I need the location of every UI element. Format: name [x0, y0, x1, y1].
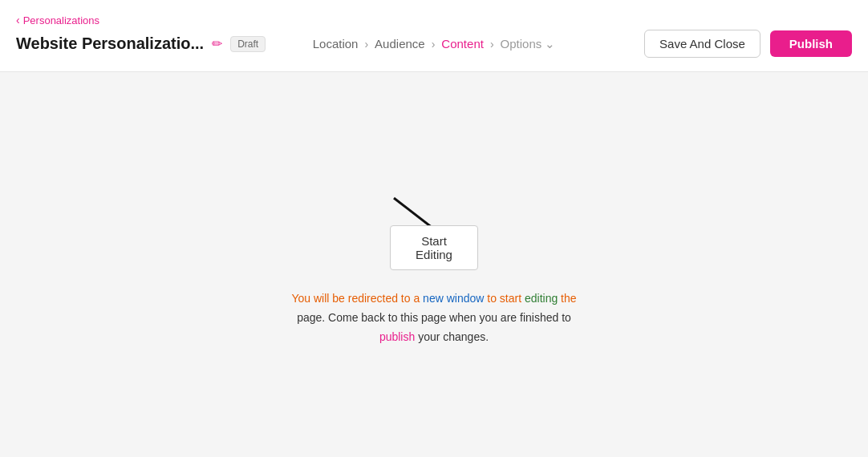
desc-publish: publish — [379, 330, 415, 343]
desc-new-window: new window — [423, 292, 484, 305]
nav-label-audience: Audience — [375, 37, 425, 51]
desc-you-will-be: You will be redirected to a — [291, 292, 423, 305]
header-top: ‹ Personalizations — [16, 14, 852, 26]
arrow-area: Start Editing — [346, 182, 522, 270]
content-center: Start Editing You will be redirected to … — [291, 182, 576, 346]
desc-editing: editing — [525, 292, 558, 305]
back-chevron-icon: ‹ — [16, 14, 20, 26]
start-editing-wrapper: Start Editing — [390, 225, 478, 270]
header: ‹ Personalizations Website Personalizati… — [0, 0, 868, 72]
publish-button[interactable]: Publish — [770, 30, 852, 57]
nav-step-location[interactable]: Location — [313, 37, 359, 51]
edit-icon[interactable]: ✏ — [212, 36, 222, 51]
nav-chevron-3: › — [490, 38, 494, 51]
nav-chevron-2: › — [432, 38, 436, 51]
save-close-button[interactable]: Save And Close — [644, 30, 761, 58]
page-title: Website Personalizatio... — [16, 34, 204, 53]
header-bottom: Website Personalizatio... ✏ Draft Locati… — [16, 30, 852, 58]
header-left: Website Personalizatio... ✏ Draft — [16, 34, 266, 53]
options-label: Options — [501, 37, 542, 51]
desc-to-start: to start — [484, 292, 525, 305]
back-label: Personalizations — [23, 14, 99, 26]
draft-badge: Draft — [230, 36, 266, 52]
main-content: Start Editing You will be redirected to … — [0, 72, 868, 457]
nav-label-location: Location — [313, 37, 359, 51]
back-link[interactable]: ‹ Personalizations — [16, 14, 99, 26]
header-actions: Save And Close Publish — [644, 30, 852, 58]
options-chevron-icon: ⌄ — [545, 37, 555, 51]
nav-chevron-1: › — [364, 38, 368, 51]
desc-the: the — [558, 292, 576, 305]
nav-step-content[interactable]: Content — [441, 37, 484, 51]
header-nav: Location › Audience › Content › Options … — [313, 37, 556, 51]
nav-label-content: Content — [441, 37, 484, 51]
desc-page: page. Come back to this page when you ar… — [297, 311, 571, 324]
nav-step-options[interactable]: Options ⌄ — [501, 37, 556, 51]
nav-step-audience[interactable]: Audience — [375, 37, 425, 51]
start-editing-button[interactable]: Start Editing — [390, 225, 478, 270]
desc-changes: your changes. — [415, 330, 489, 343]
description-text: You will be redirected to a new window t… — [291, 289, 576, 346]
options-button[interactable]: Options ⌄ — [501, 37, 556, 51]
